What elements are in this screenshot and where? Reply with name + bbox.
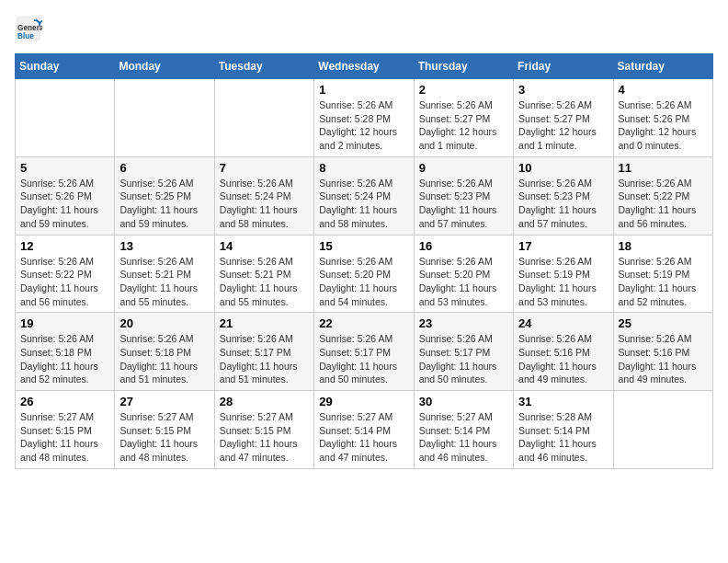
day-number: 4 xyxy=(619,83,708,97)
day-info: Sunrise: 5:26 AMSunset: 5:16 PMDaylight:… xyxy=(619,332,708,386)
header-wednesday: Wednesday xyxy=(314,54,414,79)
day-cell: 29Sunrise: 5:27 AMSunset: 5:14 PMDayligh… xyxy=(314,391,414,469)
calendar-table: SundayMondayTuesdayWednesdayThursdayFrid… xyxy=(15,53,713,469)
day-number: 3 xyxy=(518,83,608,97)
header-monday: Monday xyxy=(115,54,214,79)
day-info: Sunrise: 5:26 AMSunset: 5:17 PMDaylight:… xyxy=(319,332,408,386)
day-cell: 24Sunrise: 5:26 AMSunset: 5:16 PMDayligh… xyxy=(514,313,613,391)
day-number: 10 xyxy=(518,161,608,175)
week-row-1: 1Sunrise: 5:26 AMSunset: 5:28 PMDaylight… xyxy=(16,79,713,157)
day-cell: 22Sunrise: 5:26 AMSunset: 5:17 PMDayligh… xyxy=(314,313,414,391)
week-row-5: 26Sunrise: 5:27 AMSunset: 5:15 PMDayligh… xyxy=(16,391,713,469)
day-cell: 10Sunrise: 5:26 AMSunset: 5:23 PMDayligh… xyxy=(514,156,613,235)
day-info: Sunrise: 5:26 AMSunset: 5:27 PMDaylight:… xyxy=(419,98,508,153)
header-tuesday: Tuesday xyxy=(214,54,313,79)
day-number: 23 xyxy=(419,316,508,330)
day-info: Sunrise: 5:26 AMSunset: 5:19 PMDaylight:… xyxy=(619,255,708,309)
day-cell: 16Sunrise: 5:26 AMSunset: 5:20 PMDayligh… xyxy=(414,235,513,313)
day-number: 8 xyxy=(319,161,408,175)
day-info: Sunrise: 5:26 AMSunset: 5:20 PMDaylight:… xyxy=(319,255,408,309)
day-cell: 18Sunrise: 5:26 AMSunset: 5:19 PMDayligh… xyxy=(613,235,712,313)
day-number: 30 xyxy=(419,395,508,408)
day-number: 21 xyxy=(220,316,309,330)
svg-text:Blue: Blue xyxy=(17,32,34,40)
day-cell: 17Sunrise: 5:26 AMSunset: 5:19 PMDayligh… xyxy=(514,235,613,313)
day-number: 14 xyxy=(220,239,309,253)
day-cell: 20Sunrise: 5:26 AMSunset: 5:18 PMDayligh… xyxy=(115,313,214,391)
day-info: Sunrise: 5:26 AMSunset: 5:21 PMDaylight:… xyxy=(119,255,209,309)
header-saturday: Saturday xyxy=(613,54,712,79)
day-info: Sunrise: 5:26 AMSunset: 5:17 PMDaylight:… xyxy=(419,332,508,386)
day-info: Sunrise: 5:26 AMSunset: 5:17 PMDaylight:… xyxy=(220,332,309,386)
day-info: Sunrise: 5:26 AMSunset: 5:26 PMDaylight:… xyxy=(619,98,708,153)
day-number: 7 xyxy=(220,161,309,175)
header-friday: Friday xyxy=(514,54,613,79)
day-number: 6 xyxy=(119,161,209,175)
day-number: 13 xyxy=(119,239,209,253)
day-number: 1 xyxy=(319,83,408,97)
day-info: Sunrise: 5:26 AMSunset: 5:23 PMDaylight:… xyxy=(419,177,508,231)
day-info: Sunrise: 5:26 AMSunset: 5:23 PMDaylight:… xyxy=(518,177,608,231)
day-cell: 14Sunrise: 5:26 AMSunset: 5:21 PMDayligh… xyxy=(214,235,313,313)
day-cell: 11Sunrise: 5:26 AMSunset: 5:22 PMDayligh… xyxy=(613,156,712,235)
calendar-header: SundayMondayTuesdayWednesdayThursdayFrid… xyxy=(16,54,713,79)
day-cell: 9Sunrise: 5:26 AMSunset: 5:23 PMDaylight… xyxy=(414,156,513,235)
day-info: Sunrise: 5:26 AMSunset: 5:18 PMDaylight:… xyxy=(20,332,109,386)
day-info: Sunrise: 5:26 AMSunset: 5:28 PMDaylight:… xyxy=(319,98,408,153)
day-number: 20 xyxy=(119,316,209,330)
day-number: 18 xyxy=(619,239,708,253)
day-cell: 23Sunrise: 5:26 AMSunset: 5:17 PMDayligh… xyxy=(414,313,513,391)
day-info: Sunrise: 5:26 AMSunset: 5:21 PMDaylight:… xyxy=(220,255,309,309)
week-row-2: 5Sunrise: 5:26 AMSunset: 5:26 PMDaylight… xyxy=(16,156,713,235)
day-number: 12 xyxy=(20,239,109,253)
day-cell: 31Sunrise: 5:28 AMSunset: 5:14 PMDayligh… xyxy=(514,391,613,469)
day-cell: 5Sunrise: 5:26 AMSunset: 5:26 PMDaylight… xyxy=(16,156,115,235)
day-number: 2 xyxy=(419,83,508,97)
day-cell: 28Sunrise: 5:27 AMSunset: 5:15 PMDayligh… xyxy=(214,391,313,469)
day-number: 17 xyxy=(518,239,608,253)
day-cell: 3Sunrise: 5:26 AMSunset: 5:27 PMDaylight… xyxy=(514,79,613,157)
day-cell: 25Sunrise: 5:26 AMSunset: 5:16 PMDayligh… xyxy=(613,313,712,391)
day-cell: 19Sunrise: 5:26 AMSunset: 5:18 PMDayligh… xyxy=(16,313,115,391)
day-cell: 4Sunrise: 5:26 AMSunset: 5:26 PMDaylight… xyxy=(613,79,712,157)
header-thursday: Thursday xyxy=(414,54,513,79)
day-number: 31 xyxy=(518,395,608,408)
day-number: 15 xyxy=(319,239,408,253)
day-info: Sunrise: 5:28 AMSunset: 5:14 PMDaylight:… xyxy=(518,410,608,465)
day-number: 19 xyxy=(20,316,109,330)
day-cell: 6Sunrise: 5:26 AMSunset: 5:25 PMDaylight… xyxy=(115,156,214,235)
calendar-body: 1Sunrise: 5:26 AMSunset: 5:28 PMDaylight… xyxy=(16,79,713,469)
logo: General Blue xyxy=(15,15,46,42)
day-number: 22 xyxy=(319,316,408,330)
day-number: 29 xyxy=(319,395,408,408)
day-cell: 2Sunrise: 5:26 AMSunset: 5:27 PMDaylight… xyxy=(414,79,513,157)
header-row: SundayMondayTuesdayWednesdayThursdayFrid… xyxy=(16,54,713,79)
day-info: Sunrise: 5:26 AMSunset: 5:25 PMDaylight:… xyxy=(119,177,209,231)
day-info: Sunrise: 5:26 AMSunset: 5:22 PMDaylight:… xyxy=(619,177,708,231)
day-cell xyxy=(16,79,115,157)
day-info: Sunrise: 5:26 AMSunset: 5:26 PMDaylight:… xyxy=(20,177,109,231)
day-info: Sunrise: 5:26 AMSunset: 5:20 PMDaylight:… xyxy=(419,255,508,309)
day-cell: 21Sunrise: 5:26 AMSunset: 5:17 PMDayligh… xyxy=(214,313,313,391)
day-cell: 1Sunrise: 5:26 AMSunset: 5:28 PMDaylight… xyxy=(314,79,414,157)
day-info: Sunrise: 5:26 AMSunset: 5:16 PMDaylight:… xyxy=(518,332,608,386)
day-cell: 8Sunrise: 5:26 AMSunset: 5:24 PMDaylight… xyxy=(314,156,414,235)
day-cell: 26Sunrise: 5:27 AMSunset: 5:15 PMDayligh… xyxy=(16,391,115,469)
day-info: Sunrise: 5:27 AMSunset: 5:15 PMDaylight:… xyxy=(20,410,109,465)
page-header: General Blue xyxy=(15,15,713,42)
day-cell: 27Sunrise: 5:27 AMSunset: 5:15 PMDayligh… xyxy=(115,391,214,469)
day-info: Sunrise: 5:26 AMSunset: 5:22 PMDaylight:… xyxy=(20,255,109,309)
logo-icon: General Blue xyxy=(15,15,42,42)
day-cell xyxy=(115,79,214,157)
day-number: 16 xyxy=(419,239,508,253)
day-cell: 15Sunrise: 5:26 AMSunset: 5:20 PMDayligh… xyxy=(314,235,414,313)
day-number: 27 xyxy=(119,395,209,408)
week-row-3: 12Sunrise: 5:26 AMSunset: 5:22 PMDayligh… xyxy=(16,235,713,313)
day-cell: 30Sunrise: 5:27 AMSunset: 5:14 PMDayligh… xyxy=(414,391,513,469)
day-number: 26 xyxy=(20,395,109,408)
day-number: 24 xyxy=(518,316,608,330)
day-number: 9 xyxy=(419,161,508,175)
day-number: 5 xyxy=(20,161,109,175)
week-row-4: 19Sunrise: 5:26 AMSunset: 5:18 PMDayligh… xyxy=(16,313,713,391)
day-info: Sunrise: 5:26 AMSunset: 5:24 PMDaylight:… xyxy=(319,177,408,231)
